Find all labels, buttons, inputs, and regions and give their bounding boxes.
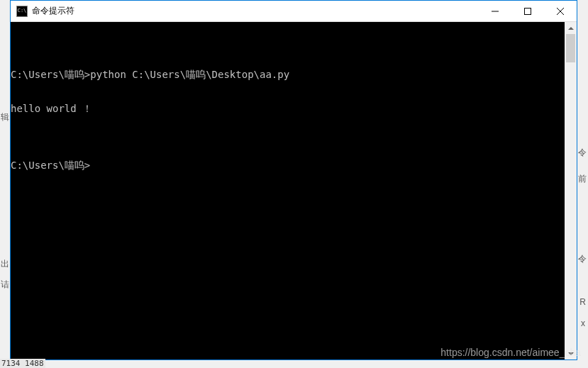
terminal-line: C:\Users\喵呜>python C:\Users\喵呜\Desktop\a…	[11, 69, 565, 80]
command-prompt-window: C:\ 命令提示符 C:\Users\喵呜>python C:\Users\喵呜…	[10, 0, 577, 360]
cmd-icon-text: C:\	[18, 9, 27, 13]
svg-marker-5	[568, 352, 574, 355]
scroll-down-button[interactable]	[565, 347, 577, 359]
bg-text: 出	[1, 258, 9, 270]
terminal-line: C:\Users\喵呜>	[11, 160, 565, 171]
scrollbar-track[interactable]	[565, 34, 577, 347]
minimize-button[interactable]	[479, 1, 511, 21]
terminal-area: C:\Users\喵呜>python C:\Users\喵呜\Desktop\a…	[11, 22, 577, 359]
terminal-content[interactable]: C:\Users\喵呜>python C:\Users\喵呜\Desktop\a…	[11, 22, 565, 359]
scroll-up-button[interactable]	[565, 22, 577, 34]
vertical-scrollbar[interactable]	[565, 22, 577, 359]
svg-rect-1	[525, 8, 531, 14]
bg-text: x	[581, 318, 585, 328]
terminal-line: hello world ！	[11, 103, 565, 114]
bg-text: R	[579, 297, 586, 307]
bg-text: 令	[578, 147, 587, 159]
svg-marker-4	[568, 27, 574, 30]
window-controls	[479, 1, 577, 21]
window-title: 命令提示符	[32, 5, 479, 17]
bg-text: 令	[578, 253, 587, 265]
bg-text: 前	[578, 173, 587, 185]
bg-text: 诘	[1, 279, 9, 291]
scrollbar-thumb[interactable]	[566, 34, 575, 62]
bottom-status-text: 7134 1488	[0, 359, 45, 368]
titlebar[interactable]: C:\ 命令提示符	[11, 1, 577, 22]
maximize-button[interactable]	[511, 1, 544, 21]
bg-text: 辑	[1, 111, 9, 123]
close-button[interactable]	[544, 1, 577, 21]
cmd-icon: C:\	[16, 6, 28, 17]
